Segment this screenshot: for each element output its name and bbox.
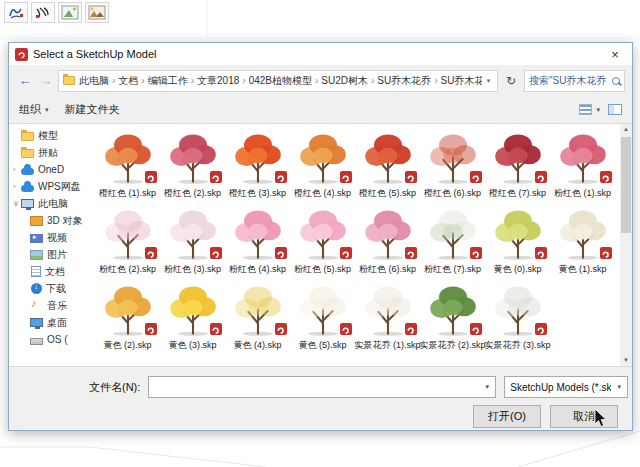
sidebar-item[interactable]: 下载 [9, 280, 93, 297]
sidebar-item[interactable]: 桌面 [9, 314, 93, 331]
file-item[interactable]: 橙红色 (2).skp [160, 128, 225, 200]
breadcrumb-segment[interactable]: 042B植物模型 [249, 74, 322, 88]
chevron-down-icon[interactable]: ▾ [479, 383, 495, 391]
file-item[interactable]: 黄色 (5).skp [290, 280, 355, 352]
file-item[interactable]: 橙红色 (6).skp [420, 128, 485, 200]
sidebar-item[interactable]: › WPS网盘 [9, 178, 93, 195]
search-box[interactable] [524, 70, 625, 92]
file-item[interactable]: 橙红色 (1).skp [95, 128, 160, 200]
file-thumbnail [98, 128, 158, 186]
breadcrumb-segment[interactable]: SU2D树木 [321, 74, 377, 88]
close-button[interactable]: × [598, 43, 632, 65]
sidebar-item[interactable]: OS ( [9, 331, 93, 348]
breadcrumb-segment[interactable]: SU乔木花乔 [441, 74, 482, 88]
file-item[interactable]: 实景花乔 (2).skp [420, 280, 485, 352]
expander-chevron[interactable]: › [13, 182, 21, 191]
sidebar-item-label: 桌面 [47, 316, 67, 330]
breadcrumb-segment[interactable]: 文章2018 [197, 74, 249, 88]
skp-file-badge-icon [210, 323, 222, 335]
file-item[interactable]: 橙红色 (3).skp [225, 128, 290, 200]
file-item[interactable]: 黄色 (3).skp [160, 280, 225, 352]
vertical-scrollbar[interactable]: ▲ ▼ [620, 124, 632, 366]
sidebar-item[interactable]: 视频 [9, 229, 93, 246]
file-name: 黄色 (3).skp [168, 339, 216, 352]
file-item[interactable]: 粉红色 (2).skp [95, 204, 160, 276]
calligraphy-brush-1-icon[interactable] [4, 2, 28, 23]
file-name: 粉红色 (7).skp [424, 263, 481, 276]
navigation-pane: 模型 拼贴 › OneD › WPS网盘 [9, 127, 93, 348]
file-thumbnail [423, 128, 483, 186]
file-item[interactable]: 黄色 (0).skp [485, 204, 550, 276]
file-name: 橙红色 (4).skp [294, 187, 351, 200]
file-thumbnail [358, 128, 418, 186]
breadcrumb-segment[interactable]: SU乔木花乔 [377, 74, 440, 88]
file-thumbnail [293, 280, 353, 338]
new-folder-button[interactable]: 新建文件夹 [65, 102, 120, 117]
skp-file-badge-icon [600, 171, 612, 183]
file-thumbnail [98, 204, 158, 262]
sidebar-item[interactable]: 拼贴 [9, 144, 93, 161]
refresh-button[interactable]: ↻ [501, 70, 521, 92]
scene-thumbnail-1-icon[interactable] [58, 2, 82, 23]
sidebar-item[interactable]: 音乐 [9, 297, 93, 314]
scroll-down-icon[interactable]: ▼ [623, 355, 629, 366]
file-item[interactable]: 橙红色 (4).skp [290, 128, 355, 200]
file-name: 橙红色 (3).skp [229, 187, 286, 200]
sidebar-item[interactable]: 3D 对象 [9, 212, 93, 229]
skp-file-badge-icon [145, 247, 157, 259]
forward-button[interactable]: → [37, 71, 55, 91]
filename-combobox[interactable]: ▾ [148, 376, 496, 398]
expander-chevron[interactable]: ∨ [13, 199, 21, 208]
organize-button[interactable]: 组织 ▾ [19, 102, 49, 117]
calligraphy-brush-2-icon[interactable] [31, 2, 55, 23]
file-item[interactable]: 实景花乔 (1).skp [355, 280, 420, 352]
breadcrumb-segments: 此电脑 文档 编辑工作 文章2018 042B植物模型 SU2D树木 SU乔木花… [79, 74, 482, 88]
preview-pane-button[interactable] [608, 104, 622, 115]
file-thumbnail [98, 280, 158, 338]
sidebar-item[interactable]: 模型 [9, 127, 93, 144]
file-item[interactable]: 黄色 (1).skp [550, 204, 615, 276]
filetype-select[interactable]: SketchUp Models (*.skp) ▾ [504, 376, 628, 398]
file-item[interactable]: 粉红色 (6).skp [355, 204, 420, 276]
file-thumbnail [358, 204, 418, 262]
back-button[interactable]: ← [16, 71, 34, 91]
file-item[interactable]: 实景花乔 (3).skp [485, 280, 550, 352]
file-name: 橙红色 (5).skp [359, 187, 416, 200]
skp-file-badge-icon [340, 247, 352, 259]
file-item[interactable]: 粉红色 (5).skp [290, 204, 355, 276]
file-thumbnail [228, 280, 288, 338]
app-toolbar [4, 2, 109, 23]
search-input[interactable] [529, 75, 607, 86]
file-item[interactable]: 橙红色 (7).skp [485, 128, 550, 200]
breadcrumb-segment[interactable]: 编辑工作 [148, 74, 197, 88]
file-item[interactable]: 橙红色 (5).skp [355, 128, 420, 200]
view-mode-button[interactable]: ▾ [579, 104, 600, 115]
sidebar-item[interactable]: 文档 [9, 263, 93, 280]
filetype-label: SketchUp Models (*.skp) [510, 382, 611, 393]
file-name: 黄色 (4).skp [233, 339, 281, 352]
file-item[interactable]: 粉红色 (7).skp [420, 204, 485, 276]
skp-file-badge-icon [470, 171, 482, 183]
file-item[interactable]: 黄色 (2).skp [95, 280, 160, 352]
address-dropdown-icon[interactable]: ▾ [482, 77, 495, 85]
breadcrumb-segment[interactable]: 此电脑 [79, 74, 118, 88]
file-item[interactable]: 黄色 (4).skp [225, 280, 290, 352]
scroll-up-icon[interactable]: ▲ [623, 124, 629, 135]
scrollbar-thumb[interactable] [621, 137, 631, 233]
file-item[interactable]: 粉红色 (3).skp [160, 204, 225, 276]
sidebar-item[interactable]: › OneD [9, 161, 93, 178]
breadcrumb[interactable]: 此电脑 文档 编辑工作 文章2018 042B植物模型 SU2D树木 SU乔木花… [58, 70, 498, 92]
breadcrumb-segment[interactable]: 文档 [118, 74, 147, 88]
sidebar-item[interactable]: ∨ 此电脑 [9, 195, 93, 212]
filename-input[interactable] [149, 377, 479, 397]
open-button[interactable]: 打开(O) [473, 405, 541, 428]
expander-chevron[interactable]: › [13, 165, 21, 174]
sidebar-item[interactable]: 图片 [9, 246, 93, 263]
scene-thumbnail-2-icon[interactable] [85, 2, 109, 23]
file-item[interactable]: 粉红色 (1).skp [550, 128, 615, 200]
file-item[interactable]: 粉红色 (4).skp [225, 204, 290, 276]
address-bar: ← → 此电脑 文档 编辑工作 文章2018 042B植物模型 SU2D树木 [9, 65, 632, 96]
file-name: 黄色 (1).skp [558, 263, 606, 276]
file-name: 黄色 (2).skp [103, 339, 151, 352]
skp-file-badge-icon [470, 323, 482, 335]
